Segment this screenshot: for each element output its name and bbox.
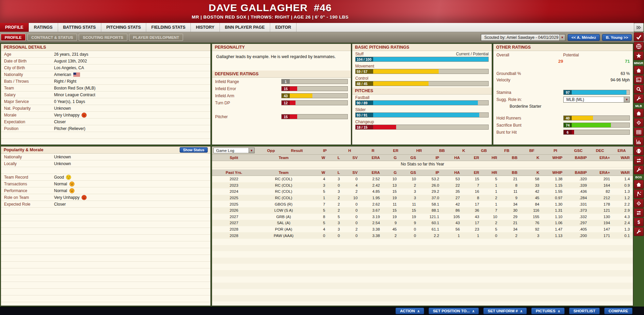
sidebar-check-button[interactable]	[634, 32, 644, 41]
dropdown-arrow-icon[interactable]: ▼	[624, 97, 629, 102]
subtab-scouting-reports[interactable]: SCOUTING REPORTS	[79, 34, 127, 41]
detail-row-blank	[1, 275, 210, 282]
column-header-fb[interactable]: FB	[494, 149, 520, 153]
detail-row-transactions: TransactionsNormal	[1, 181, 210, 187]
sidebar-batter-button[interactable]	[634, 189, 644, 198]
detail-row-blank	[1, 241, 210, 248]
detail-row-nationally: NationallyUnknown	[1, 154, 210, 160]
detail-row-morale: MoraleVery Unhappy	[1, 112, 210, 119]
compare-button[interactable]: COMPARE	[604, 308, 633, 314]
column-header-pi[interactable]: PI	[544, 149, 567, 153]
grid-icon	[636, 129, 642, 135]
sidebar-transfer-arrows-button[interactable]	[634, 208, 644, 217]
player-subtitle: MR | BOSTON RED SOX | THROWS: RIGHT | AG…	[0, 15, 540, 20]
personality-header: PERSONALITY	[212, 44, 351, 51]
pictures-button[interactable]: PICTURES∧	[531, 308, 564, 314]
face-very-unhappy-icon	[81, 195, 87, 200]
subtab-contract-status[interactable]: CONTRACT & STATUS	[27, 34, 77, 41]
sidebar-star-button[interactable]	[634, 51, 644, 60]
sidebar-field-diamond-button[interactable]	[634, 199, 644, 208]
sidebar-home-button[interactable]	[634, 180, 644, 189]
sidebar-home-button[interactable]	[634, 66, 644, 75]
sidebar-wrench-button[interactable]	[634, 227, 644, 236]
scouted-by-dropdown[interactable]: Scouted by: Amiel Sawdaye - 04/01/2029 ▼	[481, 34, 565, 41]
pitch-label-row-changeup: Changeup	[352, 119, 492, 125]
tab-editor[interactable]: EDITOR	[270, 23, 297, 32]
personal-details-header: PERSONAL DETAILS	[1, 44, 210, 51]
sidebar-field-diamond-button[interactable]	[634, 118, 644, 127]
personal-details-panel: PERSONAL DETAILS Age26 years, 231 daysDa…	[1, 44, 211, 145]
column-header-bf[interactable]: BF	[520, 149, 544, 153]
column-header-h[interactable]: H	[337, 149, 362, 153]
sidebar-home-button[interactable]	[634, 109, 644, 117]
sidebar-baseball-button[interactable]	[634, 147, 644, 155]
dropdown-arrow-icon[interactable]: ▼	[249, 148, 254, 153]
field-diamond-icon	[636, 201, 642, 206]
column-header-gb[interactable]: GB	[474, 149, 493, 153]
stats-panel: Game Log▼OppResultIPHRERHRBBKGBFBBFPIGSC…	[212, 146, 633, 306]
tab-batting-stats[interactable]: BATTING STATS	[58, 23, 101, 32]
tab-profile[interactable]: PROFILE	[0, 23, 29, 32]
column-header-opp[interactable]: Opp	[260, 149, 281, 153]
subtab-profile[interactable]: PROFILE	[1, 34, 26, 41]
column-header-r[interactable]: R	[362, 149, 384, 153]
column-header-bb[interactable]: BB	[431, 149, 453, 153]
sidebar-search-button[interactable]	[634, 85, 644, 94]
subtab-player-development[interactable]: PLAYER DEVELOPMENT	[129, 34, 183, 41]
caret-up-icon: ∧	[472, 309, 474, 313]
sub-toolbar: PROFILECONTRACT & STATUSSCOUTING REPORTS…	[0, 32, 644, 43]
detail-row-performance: PerformanceNormal	[1, 187, 210, 194]
sidebar-wrench-button[interactable]	[634, 165, 644, 174]
detail-row-blank	[1, 262, 210, 268]
rating-bar-control: 48 / 45	[355, 81, 489, 86]
set-position-to-button[interactable]: SET POSITION TO...∧	[429, 308, 479, 314]
tab-pitching-stats[interactable]: PITCHING STATS	[101, 23, 146, 32]
column-header-er[interactable]: ER	[384, 149, 408, 153]
tab-fielding-stats[interactable]: FIELDING STATS	[146, 23, 191, 32]
sidebar-label-mngr: MNGR	[634, 61, 643, 65]
column-header-ip[interactable]: IP	[312, 149, 338, 153]
tab-history[interactable]: HISTORY	[191, 23, 220, 32]
rating-bar-bunt-for-hit: 6	[563, 130, 630, 135]
tab-ratings[interactable]: RATINGS	[29, 23, 58, 32]
svg-text:1: 1	[637, 78, 639, 80]
column-header-hr[interactable]: HR	[407, 149, 431, 153]
column-header-dec[interactable]: DEC	[590, 149, 611, 153]
set-uniform-button[interactable]: SET UNIFORM #∧	[483, 308, 527, 314]
rating-bar-pitcher: 15	[281, 114, 348, 119]
shortlist-button[interactable]: SHORTLIST	[569, 308, 600, 314]
star-icon	[636, 53, 642, 59]
sidebar-dollar-button[interactable]: $	[634, 218, 644, 227]
action-button[interactable]: ACTION∧	[395, 308, 424, 314]
suggested-role-dropdown[interactable]: MLB (ML) ▼	[563, 97, 630, 103]
tab-bnn-player-page[interactable]: BNN PLAYER PAGE	[220, 23, 270, 32]
column-header-gsc[interactable]: GSC	[567, 149, 590, 153]
game-log-dropdown[interactable]: Game Log▼	[213, 148, 255, 153]
sidebar-bar-chart-button[interactable]	[634, 137, 644, 146]
detail-row-blank	[1, 214, 210, 221]
rating-bar-sacrifice-bunt: 74	[563, 123, 630, 128]
sidebar-fast-forward-button[interactable]	[634, 23, 644, 32]
stats-row: 2024RC (COL)5324.8515329.23516111421.55.…	[212, 188, 633, 195]
next-scout-player-button[interactable]: B. Young >>	[602, 34, 632, 41]
overall-label: Overall	[496, 53, 563, 57]
personality-text: Gallagher leads by example. He is well r…	[212, 51, 351, 71]
sidebar-transfer-arrows-button[interactable]	[634, 156, 644, 165]
dropdown-arrow-icon[interactable]: ▼	[559, 34, 565, 41]
role-detail: Borderline Starter	[493, 103, 633, 109]
column-header-result[interactable]: Result	[282, 149, 312, 153]
sidebar-globe-button[interactable]	[634, 42, 644, 51]
home-icon	[636, 110, 642, 116]
suggested-role-label: Sugg. Role in:	[496, 97, 563, 102]
prev-scout-player-button[interactable]: << A. Méndez	[568, 34, 600, 41]
detail-row-bats-throws: Bats / ThrowsRight / Right	[1, 78, 210, 85]
show-status-button[interactable]: Show Status	[180, 147, 208, 153]
svg-text:$: $	[637, 219, 640, 225]
sidebar-grid-button[interactable]	[634, 128, 644, 136]
sidebar-calendar-button[interactable]: 1	[634, 75, 644, 84]
column-header-k[interactable]: K	[453, 149, 474, 153]
sidebar-wrench-button[interactable]	[634, 94, 644, 103]
column-header-era[interactable]: ERA	[611, 149, 633, 153]
detail-row-nationality: NationalityAmerican	[1, 71, 210, 78]
face-very-unhappy-icon	[81, 112, 87, 118]
